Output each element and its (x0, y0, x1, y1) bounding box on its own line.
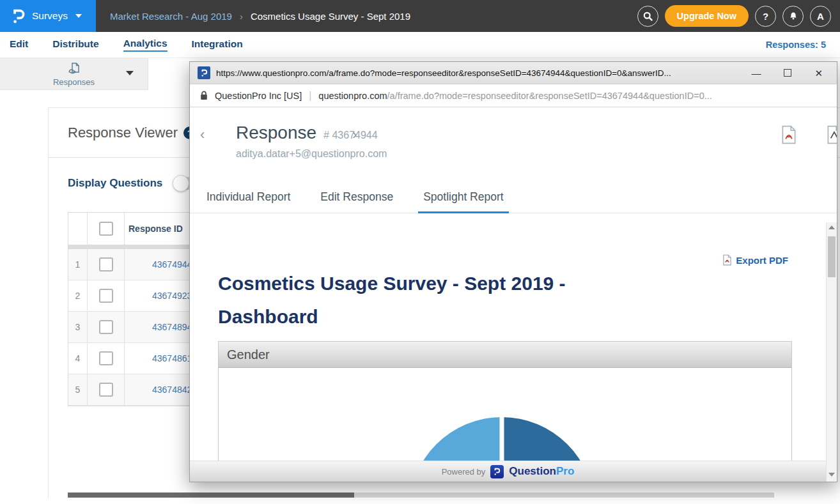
row-number: 3 (68, 312, 88, 342)
lock-icon (200, 91, 208, 100)
vertical-scrollbar-thumb[interactable] (828, 236, 836, 277)
help-button[interactable]: ? (755, 6, 776, 27)
toggle-knob[interactable] (173, 175, 189, 192)
response-id-link[interactable]: 43674861 (152, 353, 192, 363)
address-separator: | (309, 90, 311, 102)
surveys-menu[interactable]: Surveys (0, 0, 96, 32)
display-questions-label: Display Questions (68, 177, 162, 190)
scroll-down-arrow-icon[interactable] (828, 473, 835, 477)
breadcrumb: Market Research - Aug 2019 › Cosmetics U… (96, 0, 410, 32)
report-title: Cosmetics Usage Survey - Sept 2019 - Das… (218, 267, 653, 333)
powered-by-footer: Powered by QuestionPro (190, 461, 826, 482)
respondent-email: aditya.datar+5@questionpro.com (236, 148, 387, 160)
avatar[interactable]: A (810, 6, 831, 27)
response-id-link[interactable]: 43674923 (152, 291, 192, 301)
responses-toolbar-label: Responses (53, 77, 95, 87)
maximize-button[interactable] (784, 69, 791, 77)
spotlight-report-content: Export PDF Cosmetics Usage Survey - Sept… (190, 213, 837, 482)
scroll-up-arrow-icon[interactable] (828, 225, 835, 229)
section-nav: Edit Distribute Analytics Integration Re… (0, 32, 840, 58)
export-pdf-link[interactable]: Export PDF (722, 254, 788, 266)
search-button[interactable] (637, 6, 658, 27)
topbar-actions: Upgrade Now ? A (637, 0, 831, 32)
response-id-link[interactable]: 43674894 (152, 322, 192, 332)
nav-item-edit[interactable]: Edit (10, 38, 28, 51)
address-url: questionpro.com/a/frame.do?mode=response… (318, 91, 712, 101)
export-file-icon-clipped[interactable] (826, 125, 837, 144)
bell-icon (788, 11, 798, 22)
gender-panel-header: Gender (219, 342, 791, 368)
response-header: ‹ Response # 43674944 › aditya.datar+5@q… (190, 107, 837, 183)
site-identity: QuestionPro Inc [US] (215, 91, 302, 101)
tab-spotlight-report[interactable]: Spotlight Report (423, 190, 504, 213)
pdf-file-icon[interactable] (781, 125, 797, 144)
surveys-label: Surveys (32, 10, 68, 22)
tab-individual-report[interactable]: Individual Report (206, 190, 290, 213)
topbar: Surveys Market Research - Aug 2019 › Cos… (0, 0, 840, 32)
row-checkbox[interactable] (99, 289, 113, 303)
popup-url: https://www.questionpro.com/a/frame.do?m… (216, 68, 745, 78)
notifications-button[interactable] (782, 6, 804, 27)
chevron-down-icon (75, 14, 82, 18)
close-button[interactable]: ✕ (814, 68, 823, 78)
next-response-button[interactable]: › (352, 126, 357, 143)
row-number: 2 (68, 280, 88, 311)
questionpro-favicon (198, 66, 210, 79)
questionpro-wordmark[interactable]: QuestionPro (509, 465, 574, 478)
popup-addressbar[interactable]: QuestionPro Inc [US] | questionpro.com/a… (190, 84, 837, 107)
tab-edit-response[interactable]: Edit Response (320, 190, 393, 213)
row-number: 5 (68, 374, 88, 405)
row-checkbox[interactable] (99, 351, 113, 365)
caret-down-icon[interactable] (126, 71, 134, 75)
powered-by-label: Powered by (442, 467, 486, 477)
response-id-column-header[interactable]: Response ID (128, 224, 183, 234)
response-id-link[interactable]: 43674944 (152, 259, 192, 270)
address-domain: questionpro.com (318, 91, 387, 101)
report-tabs: Individual Report Edit Response Spotligh… (190, 183, 837, 213)
responses-toolbar-button[interactable]: Responses (0, 58, 148, 90)
row-number: 1 (68, 249, 88, 280)
popup-titlebar[interactable]: https://www.questionpro.com/a/frame.do?m… (190, 62, 837, 84)
row-number: 4 (68, 343, 88, 374)
upgrade-now-button[interactable]: Upgrade Now (665, 5, 749, 27)
previous-response-button[interactable]: ‹ (200, 126, 205, 143)
popup-vertical-scrollbar[interactable] (826, 222, 837, 482)
row-checkbox[interactable] (99, 257, 113, 271)
screen: Surveys Market Research - Aug 2019 › Cos… (0, 0, 840, 504)
breadcrumb-separator: › (240, 11, 243, 22)
response-editor-popup: https://www.questionpro.com/a/frame.do?m… (189, 61, 837, 482)
export-pdf-label: Export PDF (736, 255, 788, 266)
nav-item-distribute[interactable]: Distribute (52, 38, 98, 51)
address-path: /a/frame.do?mode=responseeditor&response… (387, 91, 712, 101)
minimize-button[interactable]: — (751, 68, 761, 78)
row-checkbox[interactable] (99, 320, 113, 334)
row-checkbox[interactable] (99, 383, 113, 397)
questionpro-p-logo-icon (490, 465, 504, 478)
breadcrumb-current: Cosmetics Usage Survey - Sept 2019 (251, 11, 410, 22)
select-all-checkbox[interactable] (99, 222, 113, 236)
response-number: # 43674944 (323, 130, 378, 141)
responses-count: Responses: 5 (766, 40, 826, 50)
horizontal-scrollbar[interactable] (68, 493, 774, 498)
questionpro-p-logo-icon (12, 8, 26, 24)
response-id-link[interactable]: 43674842 (152, 385, 192, 395)
breadcrumb-parent[interactable]: Market Research - Aug 2019 (110, 11, 232, 22)
nav-item-analytics[interactable]: Analytics (123, 38, 167, 52)
gender-section-title: Gender (227, 347, 270, 362)
nav-item-integration[interactable]: Integration (192, 38, 243, 51)
response-title: Response (236, 123, 316, 143)
page-title: Response Viewer (68, 125, 178, 141)
horizontal-scrollbar-thumb[interactable] (68, 493, 354, 498)
responses-document-icon (66, 61, 82, 77)
pdf-file-icon-small (722, 254, 732, 266)
search-icon (642, 11, 653, 22)
